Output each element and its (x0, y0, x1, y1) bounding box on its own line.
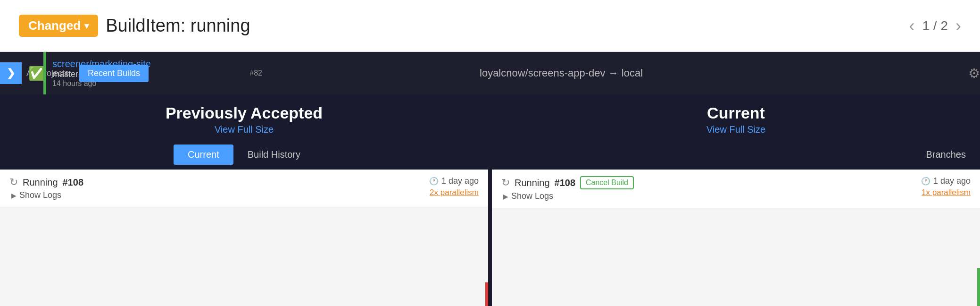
left-tabs-area: Current Build History (0, 140, 488, 170)
tab-build-history[interactable]: Build History (233, 144, 315, 165)
left-time-label: 1 day ago (441, 176, 479, 186)
right-build-right: 🕐 1 day ago 1x parallelism (921, 176, 971, 197)
right-parallelism-badge[interactable]: 1x parallelism (922, 188, 971, 197)
right-time-label: 1 day ago (933, 176, 971, 186)
right-build-number[interactable]: #108 (555, 178, 576, 188)
right-show-logs[interactable]: ▶ Show Logs (501, 191, 634, 201)
header-left: Changed ▾ BuildItem: running (19, 15, 250, 37)
red-accent-bar (485, 282, 488, 306)
settings-icon[interactable]: ⚙ (968, 66, 980, 81)
left-parallelism-badge[interactable]: 2x parallelism (430, 188, 479, 197)
right-tabs-area: Branches (492, 140, 980, 170)
right-panel-header: Current View Full Size (492, 94, 980, 140)
left-build-right: 🕐 1 day ago 2x parallelism (429, 176, 479, 197)
dark-nav: ❯ ✅ screener/marketing-site master 14 ho… (0, 52, 980, 94)
green-bar-indicator (43, 52, 46, 94)
left-build-time: 🕐 1 day ago (429, 176, 479, 186)
right-build-time: 🕐 1 day ago (921, 176, 971, 186)
green-accent-bar (977, 268, 980, 306)
right-build-running: ↻ Running #108 Cancel Build (501, 176, 634, 189)
left-show-logs-label: Show Logs (19, 190, 61, 200)
panel-divider (488, 94, 492, 306)
right-running-spinner-icon: ↻ (501, 177, 510, 189)
project-time: 14 hours ago (52, 79, 151, 88)
left-show-logs[interactable]: ▶ Show Logs (9, 190, 83, 200)
comparison-area: Previously Accepted View Full Size Curre… (0, 94, 980, 306)
clock-icon: 🕐 (429, 177, 439, 186)
changed-badge[interactable]: Changed ▾ (19, 15, 98, 37)
tab-current[interactable]: Current (174, 144, 233, 165)
right-view-full-size-link[interactable]: View Full Size (706, 124, 765, 135)
page-indicator: 1 / 2 (922, 18, 948, 34)
right-show-logs-arrow-icon: ▶ (503, 193, 508, 200)
project-branch: master (52, 69, 151, 79)
show-logs-arrow-icon: ▶ (11, 192, 17, 199)
tab-branches[interactable]: Branches (912, 144, 980, 165)
running-spinner-icon: ↻ (9, 176, 18, 188)
changed-label: Changed (28, 18, 81, 33)
left-build-running: ↻ Running #108 (9, 176, 83, 188)
left-build-row: ↻ Running #108 ▶ Show Logs 🕐 1 day ago 2… (0, 170, 488, 207)
next-page-button[interactable]: › (955, 16, 961, 36)
pagination: ‹ 1 / 2 › (909, 16, 961, 36)
cancel-build-button[interactable]: Cancel Build (580, 176, 634, 189)
right-panel-content: ↻ Running #108 Cancel Build ▶ Show Logs … (492, 170, 980, 306)
header-bar: Changed ▾ BuildItem: running ‹ 1 / 2 › (0, 0, 980, 52)
project-build-number: #82 (249, 69, 262, 77)
right-clock-icon: 🕐 (921, 177, 930, 186)
project-name[interactable]: screener/marketing-site (52, 59, 151, 69)
prev-page-button[interactable]: ‹ (909, 16, 915, 36)
left-panel: Previously Accepted View Full Size Curre… (0, 94, 488, 306)
nav-toggle-button[interactable]: ❯ (0, 62, 22, 84)
left-view-full-size-link[interactable]: View Full Size (215, 124, 274, 135)
left-build-info: ↻ Running #108 ▶ Show Logs (9, 176, 83, 200)
project-info: screener/marketing-site master 14 hours … (52, 59, 151, 88)
left-running-label: Running (23, 177, 58, 188)
left-build-number[interactable]: #108 (63, 177, 84, 188)
right-running-label: Running (515, 178, 550, 188)
right-build-info: ↻ Running #108 Cancel Build ▶ Show Logs (501, 176, 634, 201)
right-build-row: ↻ Running #108 Cancel Build ▶ Show Logs … (492, 170, 980, 208)
success-icon: ✅ (28, 66, 45, 81)
right-panel-title: Current (492, 104, 980, 122)
right-show-logs-label: Show Logs (511, 191, 553, 201)
page-title: BuildItem: running (106, 16, 250, 36)
right-panel: Current View Full Size Branches ↻ Runnin… (492, 94, 980, 306)
toggle-icon: ❯ (7, 67, 15, 79)
dropdown-arrow-icon[interactable]: ▾ (84, 21, 89, 31)
left-panel-header: Previously Accepted View Full Size (0, 94, 488, 140)
left-panel-content: ↻ Running #108 ▶ Show Logs 🕐 1 day ago 2… (0, 170, 488, 306)
nav-breadcrumb-text: loyalcnow/screens-app-dev → local (154, 67, 968, 79)
left-panel-title: Previously Accepted (0, 104, 488, 122)
